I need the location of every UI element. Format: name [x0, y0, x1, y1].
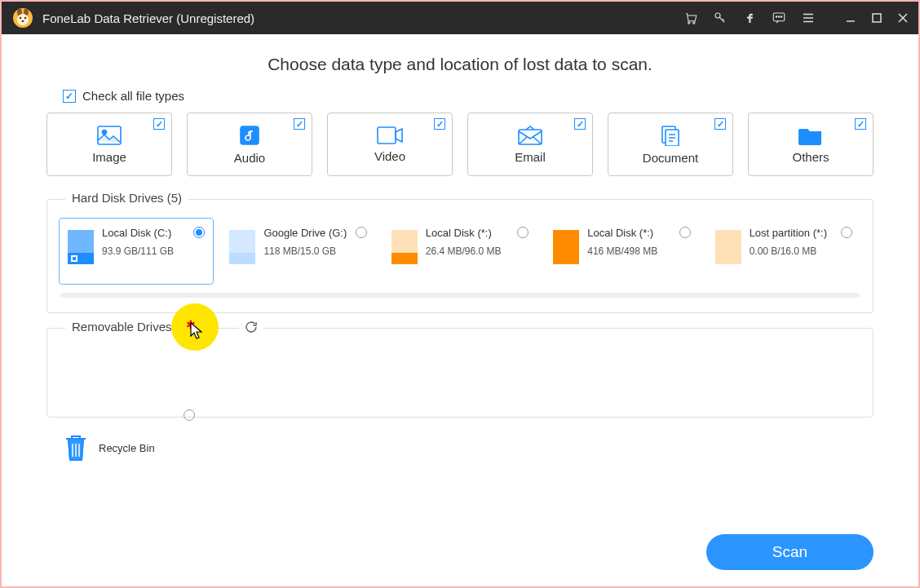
- drive-name: Local Disk (*:): [426, 227, 502, 239]
- type-card-audio[interactable]: ✓ Audio: [187, 113, 312, 176]
- svg-rect-18: [378, 127, 396, 144]
- drive-card[interactable]: Lost partition (*:) 0.00 B/16.0 MB: [706, 218, 861, 285]
- svg-point-7: [688, 22, 690, 24]
- svg-rect-25: [73, 257, 76, 260]
- svg-point-8: [693, 22, 695, 24]
- app-logo-icon: [11, 7, 34, 29]
- type-checkbox[interactable]: ✓: [294, 118, 305, 130]
- drive-name: Local Disk (*:): [587, 227, 657, 239]
- type-checkbox[interactable]: ✓: [153, 118, 165, 130]
- drive-size: 416 MB/498 MB: [587, 245, 657, 257]
- svg-rect-31: [553, 253, 579, 264]
- type-card-video[interactable]: ✓ Video: [327, 113, 453, 176]
- svg-rect-22: [68, 230, 94, 253]
- check-all-checkbox[interactable]: ✓: [63, 90, 76, 103]
- drive-text: Local Disk (C:) 93.9 GB/111 GB: [102, 227, 174, 276]
- svg-rect-17: [241, 126, 259, 144]
- type-checkbox[interactable]: ✓: [855, 118, 866, 130]
- type-card-document[interactable]: ✓ Document: [608, 113, 733, 176]
- check-all-row[interactable]: ✓ Check all file types: [63, 89, 874, 103]
- drive-radio[interactable]: [356, 227, 367, 238]
- minimize-button[interactable]: [845, 12, 856, 24]
- page-heading: Choose data type and location of lost da…: [46, 55, 874, 74]
- scan-button[interactable]: Scan: [706, 534, 874, 570]
- image-icon: [97, 126, 122, 145]
- svg-point-11: [776, 16, 777, 18]
- type-label: Email: [515, 150, 546, 164]
- svg-point-3: [17, 14, 29, 25]
- check-all-label: Check all file types: [82, 89, 184, 103]
- cart-icon[interactable]: [683, 11, 698, 25]
- type-label: Document: [643, 151, 698, 165]
- recycle-bin-option[interactable]: Recycle Bin: [63, 432, 874, 463]
- drive-icon: [391, 230, 418, 264]
- svg-rect-32: [715, 230, 741, 253]
- svg-rect-28: [391, 230, 418, 253]
- type-card-others[interactable]: ✓ Others: [748, 113, 874, 176]
- svg-rect-19: [519, 130, 542, 144]
- type-label: Image: [92, 150, 126, 164]
- hdd-group-label: Hard Disk Drives (5): [65, 191, 188, 205]
- main-content: Choose data type and location of lost da…: [2, 34, 918, 463]
- feedback-icon[interactable]: [772, 11, 786, 25]
- maximize-button[interactable]: [871, 12, 882, 24]
- drive-size: 26.4 MB/96.0 MB: [426, 245, 502, 257]
- email-icon: [518, 126, 542, 145]
- svg-point-5: [24, 17, 26, 19]
- svg-point-6: [21, 20, 24, 22]
- drive-radio[interactable]: [517, 227, 529, 238]
- type-label: Audio: [234, 151, 265, 165]
- drive-card[interactable]: Local Disk (*:) 26.4 MB/96.0 MB: [383, 218, 537, 285]
- removable-group: Removable Drives (0): [46, 328, 874, 418]
- titlebar: FoneLab Data Retriever (Unregistered): [2, 2, 918, 34]
- refresh-icon[interactable]: [239, 320, 263, 334]
- type-label: Others: [792, 150, 829, 164]
- type-checkbox[interactable]: ✓: [714, 118, 726, 130]
- svg-rect-26: [229, 230, 255, 253]
- drive-size: 118 MB/15.0 GB: [263, 245, 347, 257]
- toolbar-icons: [683, 11, 909, 25]
- drive-card[interactable]: Local Disk (*:) 416 MB/498 MB: [544, 218, 699, 285]
- drive-text: Google Drive (G:) 118 MB/15.0 GB: [263, 227, 347, 276]
- drive-name: Lost partition (*:): [750, 227, 827, 239]
- cursor-icon: [189, 321, 204, 339]
- app-window: FoneLab Data Retriever (Unregistered) Ch…: [0, 0, 920, 588]
- key-icon[interactable]: [713, 11, 728, 25]
- close-button[interactable]: [897, 12, 909, 24]
- type-checkbox[interactable]: ✓: [434, 118, 445, 130]
- svg-point-12: [778, 16, 780, 18]
- folder-icon: [798, 126, 823, 145]
- drive-radio[interactable]: [679, 227, 691, 238]
- type-card-email[interactable]: ✓ Email: [467, 113, 593, 176]
- svg-point-16: [103, 130, 107, 134]
- facebook-icon[interactable]: [742, 11, 757, 25]
- file-type-grid: ✓ Image ✓ Audio ✓ Video ✓ Email ✓: [46, 113, 874, 176]
- trash-icon: [63, 432, 89, 463]
- svg-point-4: [20, 17, 21, 19]
- audio-icon: [239, 125, 260, 146]
- type-card-image[interactable]: ✓ Image: [46, 113, 172, 176]
- drive-radio[interactable]: [841, 227, 852, 238]
- drive-icon: [68, 230, 94, 264]
- svg-point-13: [781, 16, 782, 18]
- menu-icon[interactable]: [801, 11, 816, 25]
- drive-radio[interactable]: [193, 227, 205, 238]
- svg-rect-30: [553, 230, 579, 253]
- drive-card[interactable]: Local Disk (C:) 93.9 GB/111 GB: [59, 218, 214, 285]
- drive-icon: [715, 230, 741, 264]
- drive-size: 93.9 GB/111 GB: [102, 245, 174, 257]
- drives-scrollbar[interactable]: [60, 293, 860, 298]
- cursor-highlight: ✱: [171, 303, 219, 351]
- svg-rect-33: [715, 253, 741, 264]
- drive-icon: [553, 230, 579, 264]
- svg-rect-29: [391, 253, 418, 264]
- app-title: FoneLab Data Retriever (Unregistered): [42, 11, 683, 25]
- type-checkbox[interactable]: ✓: [574, 118, 586, 130]
- svg-point-9: [715, 13, 720, 18]
- drive-card[interactable]: Google Drive (G:) 118 MB/15.0 GB: [220, 218, 375, 285]
- drive-name: Local Disk (C:): [102, 227, 174, 239]
- recycle-label: Recycle Bin: [99, 442, 155, 454]
- recycle-radio[interactable]: [184, 409, 195, 421]
- drive-text: Lost partition (*:) 0.00 B/16.0 MB: [750, 227, 827, 276]
- svg-rect-27: [229, 253, 255, 264]
